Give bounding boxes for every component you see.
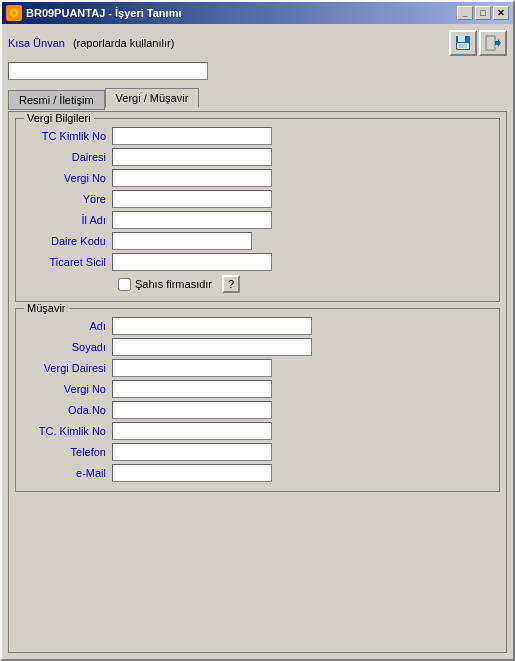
- musavir-tc-kimlik-label: TC. Kimlik No: [22, 425, 112, 437]
- main-panel: Vergi Bilgileri TC Kimlik No Dairesi Ver…: [8, 111, 507, 653]
- daire-kodu-row: Daire Kodu: [22, 232, 493, 250]
- musavir-adi-row: Adı: [22, 317, 493, 335]
- vergi-no-label: Vergi No: [22, 172, 112, 184]
- musavir-email-input[interactable]: [112, 464, 272, 482]
- musavir-email-row: e-Mail: [22, 464, 493, 482]
- musavir-vergi-no-label: Vergi No: [22, 383, 112, 395]
- svg-rect-6: [486, 36, 495, 50]
- musavir-vergi-no-row: Vergi No: [22, 380, 493, 398]
- musavir-group-label: Müşavir: [24, 302, 69, 314]
- svg-marker-8: [498, 39, 501, 47]
- vergi-bilgileri-label: Vergi Bilgileri: [24, 112, 94, 124]
- window-title: BR09PUANTAJ - İşyeri Tanımı: [26, 7, 181, 19]
- il-adi-label: İl Adı: [22, 214, 112, 226]
- sahis-label: Şahıs firmasıdır: [135, 278, 212, 290]
- tab-resmi[interactable]: Resmi / İletişim: [8, 90, 105, 110]
- ticaret-sicil-input[interactable]: [112, 253, 272, 271]
- titlebar-buttons: _ □ ✕: [457, 6, 509, 20]
- maximize-button[interactable]: □: [475, 6, 491, 20]
- musavir-vergi-dairesi-input[interactable]: [112, 359, 272, 377]
- musavir-group: Müşavir Adı Soyadı Vergi Dairesi Vergi N…: [15, 308, 500, 492]
- svg-point-1: [12, 11, 16, 15]
- kisa-unvan-input[interactable]: [8, 62, 208, 80]
- tc-kimlik-row: TC Kimlik No: [22, 127, 493, 145]
- tc-kimlik-input[interactable]: [112, 127, 272, 145]
- top-row: Kısa Ünvan (raporlarda kullanılır): [8, 30, 507, 56]
- musavir-telefon-label: Telefon: [22, 446, 112, 458]
- dairesi-label: Dairesi: [22, 151, 112, 163]
- musavir-adi-label: Adı: [22, 320, 112, 332]
- il-adi-row: İl Adı: [22, 211, 493, 229]
- musavir-soyadi-input[interactable]: [112, 338, 312, 356]
- musavir-telefon-input[interactable]: [112, 443, 272, 461]
- close-button[interactable]: ✕: [493, 6, 509, 20]
- il-adi-input[interactable]: [112, 211, 272, 229]
- dairesi-row: Dairesi: [22, 148, 493, 166]
- save-icon: [454, 34, 472, 52]
- titlebar: BR09PUANTAJ - İşyeri Tanımı _ □ ✕: [2, 2, 513, 24]
- kisa-unvan-area: Kısa Ünvan (raporlarda kullanılır): [8, 37, 174, 49]
- musavir-oda-no-row: Oda.No: [22, 401, 493, 419]
- svg-rect-5: [459, 44, 467, 48]
- musavir-tc-kimlik-input[interactable]: [112, 422, 272, 440]
- musavir-vergi-no-input[interactable]: [112, 380, 272, 398]
- daire-kodu-input[interactable]: [112, 232, 252, 250]
- vergi-no-input[interactable]: [112, 169, 272, 187]
- dairesi-input[interactable]: [112, 148, 272, 166]
- kisa-unvan-label: Kısa Ünvan: [8, 37, 65, 49]
- sahis-checkbox[interactable]: [118, 278, 131, 291]
- save-button[interactable]: [449, 30, 477, 56]
- musavir-adi-input[interactable]: [112, 317, 312, 335]
- sahis-row: Şahıs firmasıdır ?: [118, 275, 493, 293]
- musavir-soyadi-label: Soyadı: [22, 341, 112, 353]
- tab-vergi[interactable]: Vergi / Müşavir: [105, 88, 200, 108]
- main-window: BR09PUANTAJ - İşyeri Tanımı _ □ ✕ Kısa Ü…: [0, 0, 515, 661]
- kisa-unvan-input-row: [8, 62, 507, 80]
- musavir-oda-no-label: Oda.No: [22, 404, 112, 416]
- tabs-row: Resmi / İletişim Vergi / Müşavir: [8, 88, 507, 108]
- exit-icon: [484, 34, 502, 52]
- musavir-telefon-row: Telefon: [22, 443, 493, 461]
- musavir-vergi-dairesi-label: Vergi Dairesi: [22, 362, 112, 374]
- vergi-bilgileri-group: Vergi Bilgileri TC Kimlik No Dairesi Ver…: [15, 118, 500, 302]
- minimize-button[interactable]: _: [457, 6, 473, 20]
- musavir-email-label: e-Mail: [22, 467, 112, 479]
- musavir-vergi-dairesi-row: Vergi Dairesi: [22, 359, 493, 377]
- toolbar-buttons: [449, 30, 507, 56]
- yore-label: Yöre: [22, 193, 112, 205]
- ticaret-sicil-label: Ticaret Sicil: [22, 256, 112, 268]
- app-icon: [6, 5, 22, 21]
- musavir-oda-no-input[interactable]: [112, 401, 272, 419]
- kisa-unvan-hint: (raporlarda kullanılır): [73, 37, 174, 49]
- yore-row: Yöre: [22, 190, 493, 208]
- help-button[interactable]: ?: [222, 275, 240, 293]
- musavir-soyadi-row: Soyadı: [22, 338, 493, 356]
- titlebar-left: BR09PUANTAJ - İşyeri Tanımı: [6, 5, 181, 21]
- vergi-no-row: Vergi No: [22, 169, 493, 187]
- ticaret-sicil-row: Ticaret Sicil: [22, 253, 493, 271]
- musavir-tc-kimlik-row: TC. Kimlik No: [22, 422, 493, 440]
- daire-kodu-label: Daire Kodu: [22, 235, 112, 247]
- tc-kimlik-label: TC Kimlik No: [22, 130, 112, 142]
- window-content: Kısa Ünvan (raporlarda kullanılır): [2, 24, 513, 659]
- yore-input[interactable]: [112, 190, 272, 208]
- svg-rect-3: [458, 36, 465, 42]
- exit-button[interactable]: [479, 30, 507, 56]
